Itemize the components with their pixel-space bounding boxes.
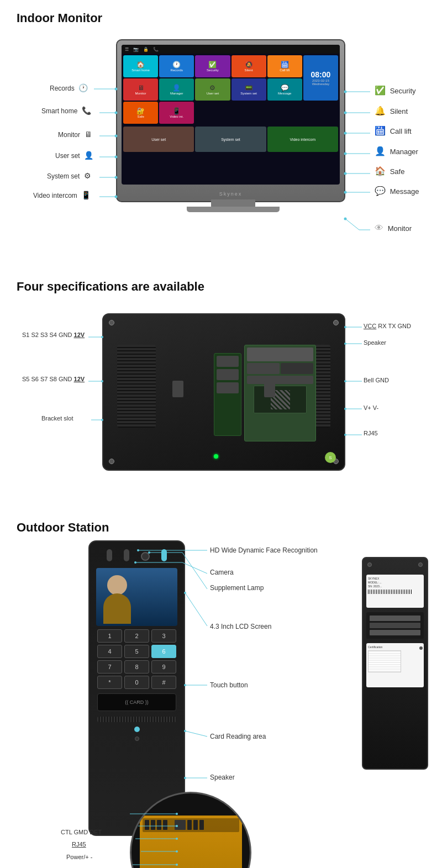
key-7[interactable]: 7 (97, 660, 122, 674)
od-ann-hd: HD Wide Dynamic Face Recognition (210, 546, 318, 554)
bp-ann-speaker-label: Speaker (364, 339, 386, 346)
key-3[interactable]: 3 (151, 629, 176, 643)
cert-box (368, 650, 401, 672)
od-ann-lcd-label: 4.3 Inch LCD Screen (210, 623, 271, 630)
od-ann-lamp-label: Supplement Lamp (210, 584, 264, 592)
pcb-ann-rj45-label: RJ45 (72, 841, 86, 848)
screw-tl (109, 320, 114, 325)
ann-monitor-label: Monitor (58, 131, 80, 139)
pcb-chip-2 (247, 363, 280, 374)
svg-line-53 (185, 593, 207, 626)
ann-records: Records 🕐 (50, 83, 88, 92)
bottom-tiles: User set System set Video intercom (122, 125, 340, 153)
back-dot (419, 646, 423, 650)
indoor-monitor-section: ☰ 📷 🔒 📞 🏠Smart home 🕐Records ✅Security 🔕… (17, 31, 425, 263)
bp-ann-vplus: V+ V- (364, 403, 378, 412)
key-1[interactable]: 1 (97, 629, 122, 643)
back-connector-area (366, 612, 424, 639)
connector-1 (217, 356, 239, 367)
outdoor-speaker-grille (97, 717, 176, 722)
back-panel: S (102, 313, 345, 471)
od-ann-touch: Touch button (210, 681, 248, 689)
page: Indoor Monitor ☰ 📷 🔒 📞 🏠Smart home (0, 0, 442, 868)
connector-2 (217, 369, 239, 380)
tile-manager: 👤Manager (159, 78, 194, 101)
ann-monitor-right-label: Monitor (388, 224, 412, 233)
back-screw-tl (367, 562, 372, 567)
clock-time: 08:00 (311, 70, 331, 79)
sensor-row (90, 541, 184, 566)
bp-ann-bracket-label: Bracket slot (41, 415, 73, 422)
key-2[interactable]: 2 (124, 629, 149, 643)
outdoor-station-title: Outdoor Station (17, 520, 425, 535)
indoor-monitor-title: Indoor Monitor (17, 11, 425, 25)
person-display (101, 572, 134, 622)
outdoor-station-section: 1 2 3 4 5 6 7 8 9 * 0 # (( CARD )) (17, 540, 425, 868)
person-body (103, 593, 131, 624)
ann-systemset: System set ⚙ (47, 171, 91, 180)
rj45-pcb-label: RJ45 (72, 841, 86, 848)
outdoor-panel-back: SKYNEX MODEL: ... SN: 2023... Certificat… (362, 557, 428, 770)
brand-label: Skynex (219, 191, 243, 197)
sensor-led (161, 549, 167, 561)
od-ann-camera-label: Camera (210, 569, 234, 576)
ann-security-label: Security (390, 87, 416, 95)
svg-line-51 (182, 553, 207, 589)
bp-ann-vcc: VCC RX TX GND (364, 322, 411, 330)
ann-records-label: Records (50, 85, 75, 92)
bp-ann-bracket: Bracket slot (41, 414, 73, 422)
bracket-2 (264, 381, 275, 397)
outdoor-lcd (96, 568, 177, 626)
ann-safe: 🏠 Safe (375, 166, 404, 176)
pcb-circle (130, 792, 251, 868)
od-ann-lamp: Supplement Lamp (210, 583, 264, 592)
svg-point-27 (344, 218, 347, 220)
back-conn-2 (370, 623, 420, 628)
tile-userset: ⚙User set (195, 78, 230, 101)
bp-ann-s1-label: S1 S2 S3 S4 GND 12V (22, 332, 85, 338)
tile-systemset: 📟System set (231, 78, 266, 101)
outdoor-led (134, 727, 140, 732)
key-8[interactable]: 8 (124, 660, 149, 674)
vcc-label: VCC (364, 323, 376, 329)
key-star[interactable]: * (97, 676, 122, 689)
connector-3 (217, 382, 239, 393)
key-4[interactable]: 4 (97, 645, 122, 658)
back-conn-3 (370, 630, 420, 635)
key-5[interactable]: 5 (124, 645, 149, 658)
specs-title: Four specifications are available (17, 280, 425, 294)
pcb-ann-power-label: Power/+ - (66, 854, 92, 860)
pcb-connectors (143, 818, 239, 832)
pcb-ann-gnd: GND A B (73, 866, 97, 868)
key-9[interactable]: 9 (151, 660, 176, 674)
speaker-left (117, 345, 156, 428)
person-head (107, 575, 127, 595)
logo-badge: S (325, 452, 336, 463)
keypad[interactable]: 1 2 3 4 5 6 7 8 9 * 0 # (97, 629, 176, 689)
outdoor-screen-bg (96, 568, 177, 626)
key-0[interactable]: 0 (124, 676, 149, 689)
ann-message: 💬 Message (375, 186, 419, 196)
svg-line-25 (345, 219, 359, 230)
ann-silent: 🔔 Silent (375, 106, 408, 116)
clock-tile: 08:00 2023-02-15 Wednesday (303, 55, 338, 101)
microphone (135, 737, 139, 741)
key-6[interactable]: 6 (151, 645, 176, 658)
monitor-body: ☰ 📷 🔒 📞 🏠Smart home 🕐Records ✅Security 🔕… (116, 39, 345, 202)
ann-manager-label: Manager (390, 148, 418, 156)
card-reader-text: (( CARD )) (125, 699, 149, 705)
od-ann-hd-label: HD Wide Dynamic Face Recognition (210, 546, 318, 554)
back-label-2: Certification (366, 643, 424, 687)
sensor-1 (107, 549, 112, 561)
bracket-1 (172, 381, 183, 397)
screw-bl (109, 459, 114, 464)
bp-ann-rj45: RJ45 (364, 429, 378, 437)
barcode-1 (368, 590, 412, 594)
ann-smarthome: Smart home 📞 (41, 106, 91, 115)
sensor-2 (124, 549, 129, 561)
key-hash[interactable]: # (151, 676, 176, 689)
pcb-ann-rj45: RJ45 (72, 840, 86, 848)
ann-videointercom-label: Video intercom (33, 192, 77, 199)
pcb-chip-3 (281, 363, 313, 374)
tile-monitor: 🖥Monitor (123, 78, 158, 101)
